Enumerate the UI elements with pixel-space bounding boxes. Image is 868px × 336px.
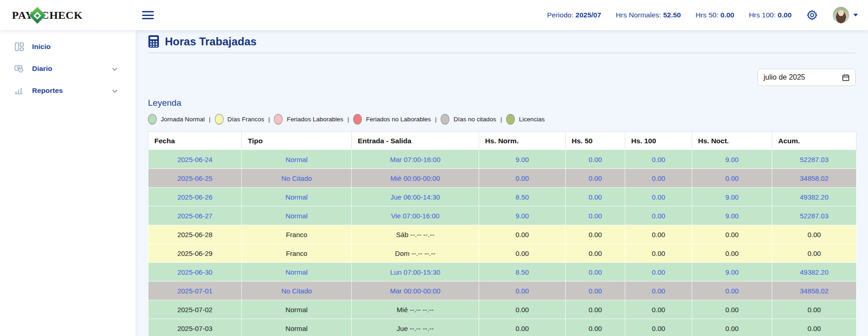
legend-swatch-feriados-no-laborables [353,114,362,125]
cell-hs-norm: 8.50 [479,188,566,206]
stat-hrs-normales: Hrs Normales: 52.50 [616,11,681,19]
user-menu-caret-icon [853,14,858,16]
cell-hs-100: 0.00 [625,169,692,188]
col-header-hs-norm: Hs. Norm. [479,132,566,150]
cell-entrada-salida: Lun 07:00-15:30 [352,263,479,282]
cell-hs-50: 0.00 [566,319,625,336]
bar-chart-icon [14,85,25,96]
table-row[interactable]: 2025-06-25 No Citado Mié 00:00-00:00 0.0… [148,169,857,188]
cell-fecha: 2025-06-24 [148,150,242,169]
table-row[interactable]: 2025-06-27 Normal Vie 07:00-16:00 9.00 0… [148,206,857,225]
table-row[interactable]: 2025-06-29 Franco Dom --.-- --.-- 0.00 0… [148,244,857,263]
app-logo[interactable]: PAY CHECK [0,9,136,22]
cell-hs-norm: 0.00 [479,225,566,244]
cell-acum: 0.00 [772,244,857,263]
cell-entrada-salida: Mié --.-- --.-- [352,300,479,319]
cell-entrada-salida: Sáb --.-- --.-- [352,225,479,244]
money-icon: $ [14,63,25,74]
legend-swatch-jornada-normal [148,114,157,125]
cell-tipo: Normal [242,206,352,225]
table-header-row: Fecha Tipo Entrada - Salida Hs. Norm. Hs… [148,132,857,150]
table-row[interactable]: 2025-06-26 Normal Jue 06:00-14:30 8.50 0… [148,188,857,206]
col-header-hs-100: Hs. 100 [625,132,692,150]
table-row[interactable]: 2025-07-01 No Citado Mar 00:00-00:00 0.0… [148,282,857,300]
cell-fecha: 2025-06-30 [148,263,242,282]
settings-gear-icon[interactable] [806,9,818,21]
page-title-row: Horas Trabajadas [148,35,856,53]
cell-hs-norm: 0.00 [479,319,566,336]
cell-entrada-salida: Dom --.-- --.-- [352,244,479,263]
sidebar: Inicio $ Diario Reportes [0,30,136,336]
cell-hs-norm: 9.00 [479,206,566,225]
page-title: Horas Trabajadas [165,35,257,48]
cell-acum: 34858.02 [772,169,857,188]
menu-toggle-icon[interactable] [142,10,155,20]
table-row[interactable]: 2025-06-28 Franco Sáb --.-- --.-- 0.00 0… [148,225,857,244]
table-row[interactable]: 2025-06-30 Normal Lun 07:00-15:30 8.50 0… [148,263,857,282]
sidebar-item-inicio[interactable]: Inicio [0,36,136,58]
legend-item: Feriados Laborables [274,114,343,125]
cell-hs-norm: 0.00 [479,244,566,263]
legend-item: Días Francos [215,114,264,125]
cell-hs-50: 0.00 [566,300,625,319]
cell-fecha: 2025-06-26 [148,188,242,206]
cell-hs-100: 0.00 [625,263,692,282]
chevron-down-icon [111,65,118,72]
cell-fecha: 2025-06-27 [148,206,242,225]
cell-acum: 49382.20 [772,188,857,206]
dashboard-icon [14,41,25,52]
cell-hs-norm: 0.00 [479,300,566,319]
cell-entrada-salida: Mié 00:00-00:00 [352,169,479,188]
cell-fecha: 2025-06-25 [148,169,242,188]
cell-hs-100: 0.00 [625,244,692,263]
legend-item: Jornada Normal [148,114,205,125]
cell-hs-50: 0.00 [566,206,625,225]
stat-hrs-50: Hrs 50: 0.00 [695,11,734,19]
sidebar-item-reportes[interactable]: Reportes [0,80,136,102]
cell-acum: 52287.03 [772,150,857,169]
stat-hrs-100: Hrs 100: 0.00 [749,11,792,19]
cell-hs-norm: 9.00 [479,150,566,169]
month-picker-value: julio de 2025 [764,73,805,81]
sidebar-item-diario[interactable]: $ Diario [0,58,136,80]
cell-entrada-salida: Vie 07:00-16:00 [352,206,479,225]
cell-hs-noct: 9.00 [692,263,772,282]
cell-hs-noct: 0.00 [692,300,772,319]
logo-text-check: CHECK [41,9,83,22]
cell-tipo: No Citado [242,169,352,188]
calculator-icon [148,35,159,48]
user-menu[interactable] [833,7,858,23]
cell-hs-50: 0.00 [566,263,625,282]
cell-hs-noct: 9.00 [692,188,772,206]
cell-tipo: Franco [242,225,352,244]
cell-hs-noct: 0.00 [692,319,772,336]
legend-swatch-dias-francos [215,114,224,125]
cell-acum: 34858.02 [772,282,857,300]
cell-hs-noct: 9.00 [692,206,772,225]
hours-table-body: 2025-06-24 Normal Mar 07:00-16:00 9.00 0… [148,150,857,336]
picker-row: julio de 2025 [148,69,856,86]
calendar-icon[interactable] [842,74,850,81]
cell-tipo: No Citado [242,282,352,300]
cell-acum: 52287.03 [772,206,857,225]
svg-text:$: $ [20,68,22,71]
cell-hs-50: 0.00 [566,282,625,300]
table-row[interactable]: 2025-06-24 Normal Mar 07:00-16:00 9.00 0… [148,150,857,169]
col-header-tipo: Tipo [242,132,352,150]
cell-fecha: 2025-07-01 [148,282,242,300]
cell-hs-noct: 0.00 [692,282,772,300]
table-row[interactable]: 2025-07-03 Normal Jue --.-- --.-- 0.00 0… [148,319,857,336]
cell-acum: 49382.20 [772,263,857,282]
user-avatar[interactable] [833,7,849,23]
hours-table: Fecha Tipo Entrada - Salida Hs. Norm. Hs… [148,131,857,336]
col-header-fecha: Fecha [148,132,242,150]
cell-acum: 0.00 [772,300,857,319]
table-row[interactable]: 2025-07-02 Normal Mié --.-- --.-- 0.00 0… [148,300,857,319]
legend-separator: | [209,116,211,123]
month-picker[interactable]: julio de 2025 [758,69,856,86]
cell-acum: 0.00 [772,319,857,336]
sidebar-item-label: Diario [32,65,52,73]
col-header-acum: Acum. [772,132,857,150]
cell-hs-100: 0.00 [625,150,692,169]
col-header-hs-noct: Hs. Noct. [692,132,772,150]
